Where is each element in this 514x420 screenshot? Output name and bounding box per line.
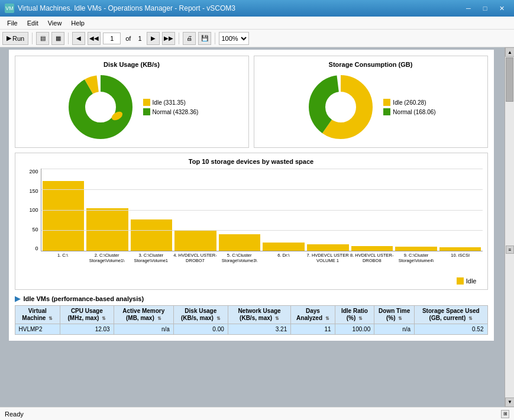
page-of-label: of [123, 35, 133, 42]
scroll-track [505, 102, 514, 245]
x-label-4: 4. HVDEVCL USTER-DROBO7 [173, 251, 218, 275]
sort-disk-icon[interactable]: ⇅ [216, 316, 221, 322]
toolbar-separator-1 [32, 33, 33, 44]
grid-line-2 [41, 189, 483, 190]
run-button[interactable]: ▶ Run [2, 32, 28, 45]
menu-help[interactable]: Help [66, 18, 89, 28]
table-header-row: Virtual Machine ⇅ CPU Usage (MHz, max) ⇅… [15, 306, 487, 324]
disk-usage-title: Disk Usage (KB/s) [20, 61, 244, 68]
status-bar: Ready ⊞ [0, 407, 514, 420]
zoom-select[interactable]: 50% 75% 100% 150% 200% [219, 32, 249, 45]
main-content: Disk Usage (KB/s) [0, 47, 514, 407]
svg-point-6 [326, 92, 355, 122]
section-header: ▶ Idle VMs (performance-based analysis) [15, 295, 488, 303]
app-icon: VM [5, 4, 14, 13]
nav-first-prev[interactable]: ◀◀ [88, 32, 101, 45]
scroll-thumb[interactable] [506, 57, 513, 102]
bar-legend-idle: Idle [457, 277, 477, 285]
td-memory-val: n/a [114, 324, 173, 335]
bar-chart-box: Top 10 storage devices by wasted space 2… [15, 153, 488, 290]
y-axis: 200 150 100 50 0 [20, 169, 41, 251]
storage-donut [305, 72, 376, 143]
scroll-down-btn[interactable]: ▼ [505, 398, 514, 407]
run-icon: ▶ [7, 34, 11, 42]
report-page: Disk Usage (KB/s) [9, 50, 494, 341]
grid-line-3 [41, 210, 483, 211]
section-title: Idle VMs (performance-based analysis) [24, 295, 144, 302]
close-button[interactable]: ✕ [494, 2, 509, 15]
x-label-9: 9. C:\Cluster Storage\Volume4\ [394, 251, 438, 275]
title-bar: VM Virtual Machines. Idle VMs - Operatio… [0, 0, 514, 17]
th-vm: Virtual Machine ⇅ [15, 306, 60, 324]
sort-storage-icon[interactable]: ⇅ [468, 316, 473, 322]
th-disk: Disk Usage (KB/s, max) ⇅ [173, 306, 228, 324]
x-label-5: 5. C:\Cluster Storage\Volume3\ [217, 251, 261, 275]
toolbar-separator-2 [68, 33, 69, 44]
td-vm-name: HVLMP2 [15, 324, 60, 335]
print-btn[interactable]: 🖨 [183, 32, 196, 45]
export-btn[interactable]: 💾 [198, 32, 211, 45]
storage-consumption-content: Idle (260.28) Normal (168.06) [259, 72, 483, 143]
grid-lines [41, 169, 483, 251]
status-text: Ready [5, 411, 24, 418]
sort-downtime-icon[interactable]: ⇅ [398, 316, 402, 322]
table-row: HVLMP2 12.03 n/a 0.00 3.21 11 100.00 n/a… [15, 324, 487, 335]
report-area: Disk Usage (KB/s) [0, 47, 514, 407]
toolbar: ▶ Run ▤ ▦ ◀ ◀◀ of 1 ▶ ▶▶ 🖨 💾 50% 75% 100… [0, 30, 514, 47]
th-ratio: Idle Ratio (%) ⇅ [335, 306, 374, 324]
scroll-middle-btn[interactable]: ≡ [506, 245, 514, 254]
disk-normal-label: Normal (4328.36) [153, 109, 199, 115]
disk-usage-donut [65, 72, 136, 143]
menu-view[interactable]: View [43, 18, 67, 28]
minimize-button[interactable]: ─ [461, 2, 476, 15]
storage-normal-label: Normal (168.06) [393, 109, 435, 115]
grid-line-4 [41, 230, 483, 231]
storage-legend: Idle (260.28) Normal (168.06) [383, 99, 435, 115]
sort-cpu-icon[interactable]: ⇅ [102, 316, 106, 322]
page-number-input[interactable] [103, 33, 121, 44]
sort-ratio-icon[interactable]: ⇅ [358, 316, 363, 322]
resize-handle[interactable]: ⊞ [501, 410, 509, 418]
sort-days-icon[interactable]: ⇅ [325, 316, 329, 322]
storage-normal-color [383, 108, 390, 115]
storage-normal-legend: Normal (168.06) [383, 108, 435, 115]
y-label-100: 100 [29, 207, 38, 213]
disk-idle-label: Idle (331.35) [153, 99, 186, 106]
sort-network-icon[interactable]: ⇅ [275, 316, 279, 322]
nav-next[interactable]: ▶ [147, 32, 160, 45]
storage-consumption-chart: Storage Consumption (GB) [254, 56, 488, 148]
sort-memory-icon[interactable]: ⇅ [157, 316, 161, 322]
td-downtime-val: n/a [374, 324, 415, 335]
menu-bar: File Edit View Help [0, 17, 514, 30]
toolbar-separator-4 [215, 33, 215, 44]
x-label-10: 10. iSCSI [438, 251, 483, 275]
sort-vm-icon[interactable]: ⇅ [49, 316, 53, 322]
nav-back[interactable]: ◀ [72, 32, 85, 45]
td-network-val: 3.21 [228, 324, 290, 335]
storage-idle-label: Idle (260.28) [393, 99, 426, 106]
menu-edit[interactable]: Edit [22, 18, 43, 28]
td-cpu-val: 12.03 [60, 324, 114, 335]
nav-last[interactable]: ▶▶ [162, 32, 175, 45]
x-label-2: 2. C:\Cluster Storage\Volume1\ [85, 251, 129, 275]
y-label-0: 0 [35, 245, 38, 251]
scroll-track-2 [505, 254, 514, 398]
td-days-val: 11 [291, 324, 335, 335]
x-label-7: 7. HVDEVCL USTER VOLUME 1 [306, 251, 350, 275]
scroll-up-btn[interactable]: ▲ [505, 47, 514, 57]
td-storage-val: 0.52 [415, 324, 487, 335]
bar-legend-label: Idle [466, 277, 477, 285]
y-label-200: 200 [29, 169, 38, 175]
view-btn-2[interactable]: ▦ [51, 32, 64, 45]
storage-idle-color [383, 99, 390, 106]
bar-legend-color [457, 277, 464, 285]
menu-file[interactable]: File [2, 18, 22, 28]
storage-consumption-title: Storage Consumption (GB) [259, 61, 483, 68]
x-labels: 1. C:\ 2. C:\Cluster Storage\Volume1\ 3.… [41, 251, 483, 275]
x-label-6: 6. Dr:\ [261, 251, 306, 275]
bar-chart-container: 200 150 100 50 0 [20, 169, 483, 275]
x-label-3: 3. C:\Cluster Storage\Volume1 [129, 251, 173, 275]
maximize-button[interactable]: □ [477, 2, 493, 15]
disk-idle-color [143, 99, 150, 106]
view-btn-1[interactable]: ▤ [36, 32, 49, 45]
